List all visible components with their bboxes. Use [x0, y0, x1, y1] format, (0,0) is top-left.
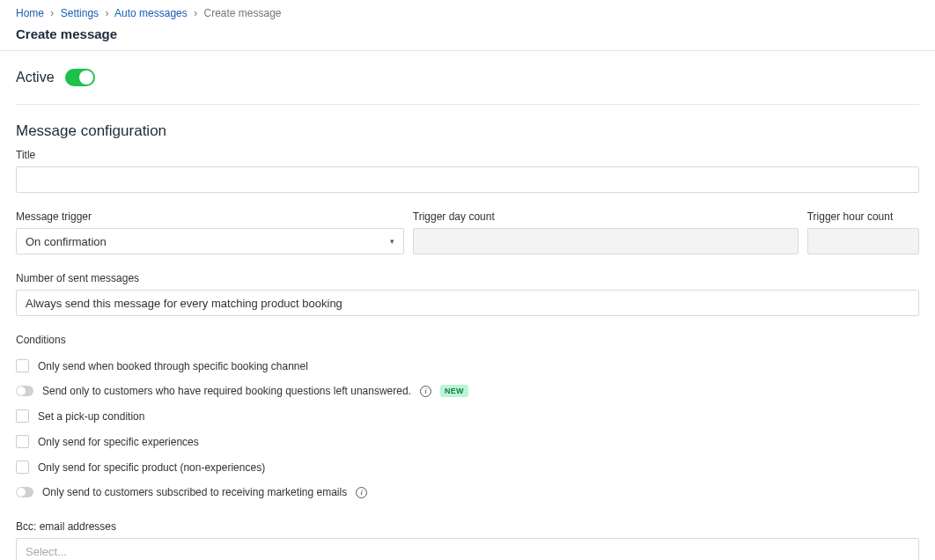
condition-row-booking-channel: Only send when booked through specific b…: [16, 353, 919, 379]
title-label: Title: [16, 149, 919, 161]
booking-channel-checkbox[interactable]: [16, 359, 29, 372]
divider: [0, 50, 935, 51]
page-title: Create message: [0, 25, 935, 50]
breadcrumb-auto-messages[interactable]: Auto messages: [114, 7, 188, 19]
pickup-checkbox[interactable]: [16, 409, 29, 423]
breadcrumb-settings[interactable]: Settings: [61, 7, 99, 19]
trigger-hour-count-input: [807, 228, 919, 254]
new-badge: NEW: [440, 385, 468, 397]
number-sent-select[interactable]: Always send this message for every match…: [16, 290, 919, 316]
condition-label: Send only to customers who have required…: [42, 385, 411, 397]
experiences-checkbox[interactable]: [16, 435, 29, 448]
marketing-toggle[interactable]: [16, 487, 33, 497]
unanswered-toggle[interactable]: [16, 386, 33, 396]
condition-label: Only send when booked through specific b…: [38, 360, 308, 372]
trigger-label: Message trigger: [16, 210, 404, 223]
condition-label: Only send for specific experiences: [38, 436, 199, 448]
info-icon[interactable]: i: [356, 487, 367, 498]
active-label: Active: [16, 70, 55, 85]
condition-label: Only send for specific product (non-expe…: [38, 461, 265, 474]
active-toggle[interactable]: [65, 69, 95, 86]
message-trigger-select[interactable]: On confirmation ▾: [16, 228, 404, 254]
trigger-day-count-input: [413, 228, 799, 254]
product-checkbox[interactable]: [16, 461, 29, 474]
conditions-heading: Conditions: [16, 334, 919, 346]
bcc-placeholder: Select...: [26, 545, 67, 558]
info-icon[interactable]: i: [420, 386, 431, 397]
breadcrumb-current: Create message: [203, 7, 281, 19]
condition-label: Set a pick-up condition: [38, 410, 144, 423]
condition-row-marketing: Only send to customers subscribed to rec…: [16, 480, 919, 505]
chevron-right-icon: ›: [105, 7, 108, 19]
condition-row-pickup: Set a pick-up condition: [16, 403, 919, 429]
title-input[interactable]: [16, 166, 919, 193]
message-trigger-value: On confirmation: [26, 235, 107, 248]
breadcrumb: Home › Settings › Auto messages › Create…: [0, 0, 935, 25]
day-count-label: Trigger day count: [413, 210, 799, 223]
condition-row-unanswered: Send only to customers who have required…: [16, 379, 919, 403]
sent-messages-label: Number of sent messages: [16, 272, 919, 284]
hour-count-label: Trigger hour count: [807, 210, 919, 223]
condition-row-experiences: Only send for specific experiences: [16, 429, 919, 454]
chevron-right-icon: ›: [194, 7, 197, 19]
number-sent-value: Always send this message for every match…: [26, 297, 342, 310]
caret-down-icon: ▾: [390, 237, 394, 246]
condition-row-product: Only send for specific product (non-expe…: [16, 454, 919, 480]
chevron-right-icon: ›: [50, 7, 54, 19]
bcc-select[interactable]: Select...: [16, 538, 919, 560]
condition-label: Only send to customers subscribed to rec…: [42, 486, 347, 498]
breadcrumb-home[interactable]: Home: [16, 7, 44, 19]
active-row: Active: [16, 69, 919, 105]
section-title: Message configuration: [16, 122, 919, 140]
bcc-label: Bcc: email addresses: [16, 520, 919, 533]
